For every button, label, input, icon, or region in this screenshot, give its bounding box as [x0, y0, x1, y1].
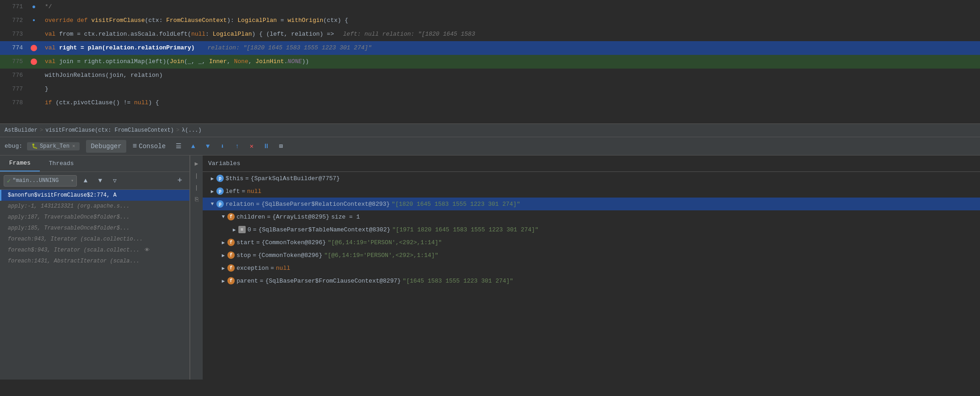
gutter-775	[27, 55, 40, 69]
var-arrow-start: ▶	[219, 238, 227, 246]
var-row-exception[interactable]: ▶ f exception = null	[203, 262, 980, 274]
side-copy-icon[interactable]: ⎘	[192, 195, 201, 204]
thread-filter-btn[interactable]: ▽	[109, 175, 121, 187]
tab-frames[interactable]: Frames	[0, 155, 40, 171]
thread-name: "main...UNNING	[12, 177, 59, 184]
code-line-772: 772 ● override def visitFromClause(ctx: …	[0, 14, 980, 27]
grid-btn[interactable]: ⊞	[275, 140, 287, 153]
var-row-parent[interactable]: ▶ f parent = {SqlBaseParser$FromClauseCo…	[203, 274, 980, 287]
var-arrow-stop: ▶	[219, 251, 227, 259]
run-to-cursor-btn[interactable]: ↑	[231, 140, 243, 153]
code-line-778: 778 if (ctx.pivotClause() != null) {	[0, 96, 980, 110]
gutter-771: ●	[27, 0, 40, 14]
panel-tabs: Frames Threads	[0, 155, 189, 172]
thread-dropdown[interactable]: ✓ "main...UNNING ▾	[4, 175, 77, 187]
debug-tab-close[interactable]: ×	[72, 144, 75, 149]
var-arrow-relation: ▼	[208, 200, 216, 208]
line-number-778: 778	[0, 96, 27, 110]
line-number-771: 771	[0, 0, 27, 14]
badge-f-children: f	[227, 213, 235, 220]
code-line-771: 771 ● */	[0, 0, 980, 14]
code-content-772: override def visitFromClause(ctx: FromCl…	[40, 14, 980, 27]
frame-item-1[interactable]: apply:-1, 1431213321 (org.apache.s...	[0, 201, 189, 212]
left-panel: Frames Threads ✓ "main...UNNING ▾ ▲ ▼ ▽ …	[0, 155, 190, 380]
gutter-774	[27, 41, 40, 55]
frame-add-btn[interactable]: +	[174, 175, 186, 187]
badge-p-this: p	[216, 175, 224, 182]
frame-item-0[interactable]: $anonfun$visitFromClause$2:774, A	[0, 190, 189, 201]
var-row-relation[interactable]: ▼ p relation = {SqlBaseParser$RelationCo…	[203, 198, 980, 210]
var-arrow-children: ▼	[219, 213, 227, 221]
debug-indicator-772: ●	[32, 14, 35, 27]
frame-item-5[interactable]: foreach$:943, Iterator (scala.collect...…	[0, 245, 189, 256]
thread-check-icon: ✓	[7, 177, 11, 185]
thread-selector-row: ✓ "main...UNNING ▾ ▲ ▼ ▽ +	[0, 172, 189, 190]
breadcrumb-item-1[interactable]: AstBuilder	[5, 127, 38, 134]
var-arrow-exception: ▶	[219, 264, 227, 272]
badge-p-left: p	[216, 187, 224, 195]
step-out-btn[interactable]: ⬆	[216, 140, 229, 153]
stop-btn[interactable]: ✕	[245, 140, 258, 153]
debugger-main: Frames Threads ✓ "main...UNNING ▾ ▲ ▼ ▽ …	[0, 155, 980, 380]
breadcrumb-item-2[interactable]: visitFromClause(ctx: FromClauseContext)	[45, 127, 174, 134]
var-row-stop[interactable]: ▶ f stop = {CommonToken@8296} "[@6,14:19…	[203, 249, 980, 262]
badge-f-start: f	[227, 239, 235, 246]
gutter-772: ●	[27, 14, 40, 27]
frame-item-2[interactable]: apply:187, TraversableOnce$folder$...	[0, 212, 189, 223]
code-line-776: 776 withJoinRelations(join, relation)	[0, 69, 980, 82]
frame-eye-icon: 👁	[145, 247, 150, 253]
code-editor: 771 ● */ 772 ● override def visitFromCla…	[0, 0, 980, 123]
debug-tab-name: Spark_Ten	[40, 143, 70, 150]
var-arrow-parent: ▶	[219, 277, 227, 285]
breakpoint-775	[31, 59, 37, 65]
console-tab-btn[interactable]: ≡ Console	[128, 140, 170, 153]
thread-nav-down[interactable]: ▼	[94, 175, 106, 187]
side-scroll-icon-2: |	[192, 183, 201, 192]
thread-nav-up[interactable]: ▲	[80, 175, 92, 187]
frame-list: $anonfun$visitFromClause$2:774, A apply:…	[0, 190, 189, 380]
frame-item-4[interactable]: foreach:943, Iterator (scala.collectio..…	[0, 234, 189, 245]
frame-item-3[interactable]: apply:185, TraversableOnce$folder$...	[0, 223, 189, 234]
menu-btn[interactable]: ☰	[172, 140, 185, 153]
code-content-775: val join = right.optionalMap(left)(Join(…	[40, 55, 980, 69]
step-over-btn[interactable]: ▲	[187, 140, 199, 153]
debug-tab-icon: 🐛	[32, 143, 38, 149]
side-icons: ▶ | | ⎘	[190, 155, 203, 380]
tab-threads[interactable]: Threads	[40, 155, 83, 171]
code-content-771: */	[40, 0, 980, 14]
code-content-778: if (ctx.pivotClause() != null) {	[40, 96, 980, 110]
line-number-776: 776	[0, 69, 27, 82]
line-number-774: 774	[0, 41, 27, 55]
frame-item-6[interactable]: foreach:1431, AbstractIterator (scala...	[0, 256, 189, 267]
side-scroll-icon: |	[192, 171, 201, 180]
code-content-773: val from = ctx.relation.asScala.foldLeft…	[40, 27, 980, 41]
var-row-start[interactable]: ▶ f start = {CommonToken@8296} "[@6,14:1…	[203, 236, 980, 249]
code-content-776: withJoinRelations(join, relation)	[40, 69, 980, 82]
line-number-777: 777	[0, 82, 27, 96]
var-arrow-this: ▶	[208, 174, 216, 182]
var-row-left[interactable]: ▶ p left = null	[203, 185, 980, 198]
debugger-tab-btn[interactable]: Debugger	[86, 140, 126, 153]
var-row-children-0[interactable]: ▶ ≡ 0 = {SqlBaseParser$TableNameContext@…	[203, 223, 980, 236]
var-arrow-children-0: ▶	[230, 225, 238, 234]
debug-tab-spark[interactable]: 🐛 Spark_Ten ×	[27, 142, 80, 150]
badge-f-exception: f	[227, 264, 235, 272]
gutter-773	[27, 27, 40, 41]
code-content-777: }	[40, 82, 980, 96]
side-run-icon[interactable]: ▶	[192, 159, 201, 168]
code-line-777: 777 }	[0, 82, 980, 96]
code-line-774: 774 val right = plan(relation.relationPr…	[0, 41, 980, 55]
breadcrumb: AstBuilder > visitFromClause(ctx: FromCl…	[0, 123, 980, 137]
gutter-777	[27, 82, 40, 96]
badge-f-stop: f	[227, 252, 235, 259]
gutter-776	[27, 69, 40, 82]
line-number-775: 775	[0, 55, 27, 69]
debug-session-bar: ebug: 🐛 Spark_Ten × Debugger ≡ Console ☰…	[0, 137, 980, 155]
step-into-btn[interactable]: ▼	[201, 140, 214, 153]
pause-eval-btn[interactable]: ⏸	[260, 140, 273, 153]
code-content-774: val right = plan(relation.relationPrimar…	[40, 41, 980, 55]
breadcrumb-item-3[interactable]: λ(...)	[182, 127, 201, 134]
var-row-this[interactable]: ▶ p $this = {SparkSqlAstBuilder@7757}	[203, 172, 980, 185]
var-row-children[interactable]: ▼ f children = {ArrayList@8295} size = 1	[203, 210, 980, 223]
badge-f-parent: f	[227, 277, 235, 284]
